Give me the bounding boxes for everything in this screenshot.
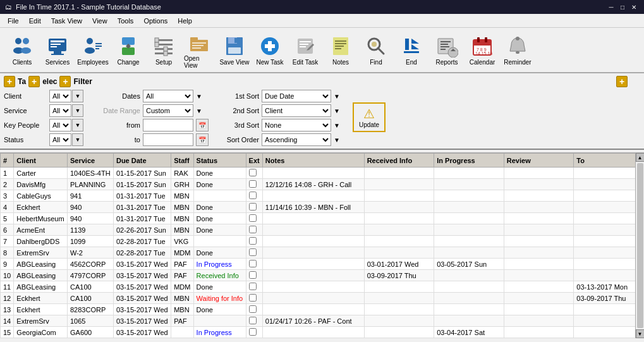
keypeople-select[interactable]: All bbox=[49, 119, 71, 131]
daterange-arrow: ▼ bbox=[196, 107, 202, 114]
client-select[interactable]: All bbox=[49, 90, 71, 102]
dates-select[interactable]: All bbox=[143, 90, 193, 102]
edittask-label: Edit Task bbox=[293, 59, 318, 66]
table-row[interactable]: 7DahlbergDDS109902-28-2017 TueVKG bbox=[1, 236, 644, 247]
from-calendar-button[interactable]: 📅 bbox=[196, 119, 209, 131]
ext-checkbox[interactable] bbox=[249, 203, 257, 211]
service-arrow-button[interactable]: ▼ bbox=[72, 104, 83, 117]
menu-edit[interactable]: Edit bbox=[24, 16, 46, 26]
scroll-thumb[interactable] bbox=[637, 163, 643, 328]
svg-point-10 bbox=[87, 38, 93, 44]
menu-options[interactable]: Options bbox=[138, 16, 173, 26]
ext-checkbox[interactable] bbox=[249, 260, 257, 267]
openview-button[interactable]: Open View bbox=[182, 30, 216, 70]
table-row[interactable]: 6AcmeEnt113902-26-2017 SunMBNDone bbox=[1, 224, 644, 236]
table-row[interactable]: 2DavisMfgPLANNING01-15-2017 SunGRHDone12… bbox=[1, 179, 644, 190]
sortorder-select[interactable]: Ascending Descending bbox=[262, 133, 331, 146]
client-label: Client bbox=[4, 92, 47, 100]
col-header-num: # bbox=[1, 154, 14, 168]
find-button[interactable]: Find bbox=[359, 30, 393, 70]
daterange-select[interactable]: Custom bbox=[143, 104, 193, 117]
employees-button[interactable]: Employees bbox=[76, 30, 110, 70]
end-icon bbox=[400, 35, 423, 58]
client-arrow-button[interactable]: ▼ bbox=[72, 90, 83, 102]
table-row[interactable]: 5HebertMuseum94001-31-2017 TueMBNDone bbox=[1, 213, 644, 224]
ext-checkbox[interactable] bbox=[249, 317, 257, 324]
calendar-label: Calendar bbox=[470, 59, 495, 66]
table-row[interactable]: 4Eckhert94001-31-2017 TueMBNDone11/14/16… bbox=[1, 202, 644, 213]
ext-checkbox[interactable] bbox=[249, 214, 257, 222]
services-button[interactable]: Services bbox=[40, 30, 75, 70]
table-row[interactable]: 8ExtremSrvW-202-28-2017 TueMDMDone bbox=[1, 247, 644, 259]
table-row[interactable]: 11ABGLeasingCA10003-15-2017 WedMDMDone03… bbox=[1, 281, 644, 293]
menu-view[interactable]: View bbox=[87, 16, 112, 26]
keypeople-arrow-button[interactable]: ▼ bbox=[72, 119, 83, 131]
saveview-button[interactable]: Save View bbox=[217, 30, 252, 70]
menu-file[interactable]: File bbox=[3, 16, 24, 26]
close-button[interactable]: ✕ bbox=[629, 2, 639, 12]
ext-checkbox[interactable] bbox=[249, 169, 257, 176]
ext-checkbox[interactable] bbox=[249, 192, 257, 199]
maximize-button[interactable]: □ bbox=[617, 2, 628, 12]
svg-rect-35 bbox=[228, 47, 241, 54]
add-column-button[interactable]: + bbox=[616, 76, 628, 87]
svg-marker-53 bbox=[411, 44, 419, 49]
end-button[interactable]: End bbox=[394, 30, 428, 70]
ext-checkbox[interactable] bbox=[249, 248, 257, 256]
reminder-button[interactable]: Reminder bbox=[501, 30, 535, 70]
setup-button[interactable]: Setup bbox=[147, 30, 181, 70]
calendar-button[interactable]: 7 8 9 14 15 16 Calendar bbox=[465, 30, 499, 70]
update-label: Update bbox=[359, 121, 379, 128]
clients-button[interactable]: Clients bbox=[5, 30, 39, 70]
minimize-button[interactable]: ─ bbox=[606, 2, 616, 12]
sort2-select[interactable]: Client Due Date Service None bbox=[262, 104, 331, 117]
add-tab-button[interactable]: + bbox=[4, 76, 15, 87]
add-select-button[interactable]: + bbox=[28, 76, 40, 87]
menu-help[interactable]: Help bbox=[173, 16, 197, 26]
services-label: Services bbox=[46, 59, 70, 66]
menu-taskview[interactable]: Task View bbox=[46, 16, 87, 26]
scroll-up-button[interactable]: ▲ bbox=[636, 153, 645, 162]
notes-button[interactable]: Notes bbox=[324, 30, 358, 70]
end-label: End bbox=[406, 59, 417, 66]
ext-checkbox[interactable] bbox=[249, 294, 257, 302]
ext-checkbox[interactable] bbox=[249, 237, 257, 245]
status-select[interactable]: All bbox=[49, 133, 71, 146]
change-button[interactable]: Change bbox=[111, 30, 145, 70]
filter-label: Filter bbox=[73, 77, 92, 86]
table-row[interactable]: 14ExtremSrv106503-15-2017 WedPAF01/24/17… bbox=[1, 315, 644, 327]
openview-label: Open View bbox=[184, 55, 214, 69]
table-row[interactable]: 3CableGuys94101-31-2017 TueMBN bbox=[1, 190, 644, 202]
ext-checkbox[interactable] bbox=[249, 283, 257, 290]
ext-checkbox[interactable] bbox=[249, 328, 257, 336]
ext-checkbox[interactable] bbox=[249, 305, 257, 313]
update-button[interactable]: ⚠ Update bbox=[353, 102, 386, 132]
menu-tools[interactable]: Tools bbox=[112, 16, 139, 26]
reports-button[interactable]: Reports bbox=[430, 30, 464, 70]
table-row[interactable]: 15GeorgiaComGA60003-15-2017 WedIn Progre… bbox=[1, 327, 644, 338]
ext-checkbox[interactable] bbox=[249, 271, 257, 279]
table-row[interactable]: 9ABGLeasing4562CORP03-15-2017 WedPAFIn P… bbox=[1, 259, 644, 270]
service-select[interactable]: All bbox=[49, 104, 71, 117]
col-header-staff: Staff bbox=[171, 154, 193, 168]
table-row[interactable]: 1Carter1040ES-4TH01-15-2017 SunRAKDone bbox=[1, 168, 644, 179]
to-calendar-button[interactable]: 📅 bbox=[196, 133, 209, 146]
newtask-button[interactable]: New Task bbox=[253, 30, 287, 70]
table-row[interactable]: 13Eckhert8283CORP03-15-2017 WedMBNDone bbox=[1, 304, 644, 315]
keypeople-label: Key People bbox=[4, 121, 47, 129]
svg-rect-57 bbox=[440, 41, 451, 42]
svg-text:14 15 16: 14 15 16 bbox=[475, 51, 492, 56]
ext-checkbox[interactable] bbox=[249, 180, 257, 188]
svg-point-51 bbox=[372, 42, 377, 47]
sort3-select[interactable]: None Due Date Client Service bbox=[262, 119, 331, 131]
edittask-button[interactable]: Edit Task bbox=[288, 30, 322, 70]
add-filter-button[interactable]: + bbox=[59, 76, 71, 87]
status-arrow-button[interactable]: ▼ bbox=[72, 133, 83, 146]
from-input[interactable] bbox=[143, 119, 193, 131]
ext-checkbox[interactable] bbox=[249, 226, 257, 233]
sort1-select[interactable]: Due Date Client Service None bbox=[262, 90, 331, 102]
scroll-down-button[interactable]: ▼ bbox=[636, 329, 645, 338]
table-row[interactable]: 10ABGLeasing4797CORP03-15-2017 WedPAFRec… bbox=[1, 270, 644, 281]
table-row[interactable]: 12EckhertCA10003-15-2017 WedMBNWaiting f… bbox=[1, 293, 644, 304]
to-input[interactable] bbox=[143, 133, 193, 146]
